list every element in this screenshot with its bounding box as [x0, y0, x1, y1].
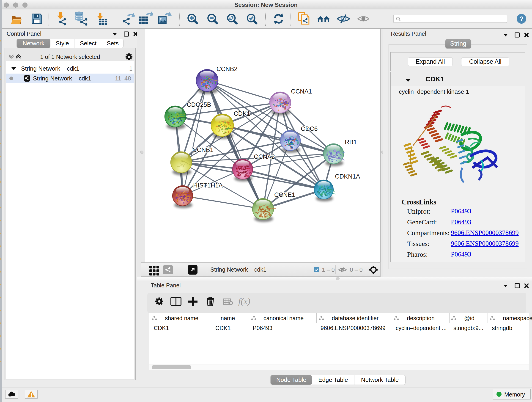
svg-text:CCNB1: CCNB1: [192, 147, 214, 153]
svg-text:CDC25B: CDC25B: [187, 101, 211, 108]
svg-text:CDK1: CDK1: [234, 110, 250, 117]
svg-text:CCNB2: CCNB2: [216, 65, 238, 72]
svg-text:CDKN1A: CDKN1A: [335, 173, 360, 180]
svg-text:CCNA1: CCNA1: [291, 88, 312, 95]
svg-text:CDC6: CDC6: [301, 125, 318, 132]
svg-text:RB1: RB1: [345, 139, 357, 146]
svg-text:HIST1H1A: HIST1H1A: [193, 182, 223, 189]
svg-text:CCNA2: CCNA2: [254, 153, 275, 160]
svg-text:CCNE1: CCNE1: [274, 191, 295, 198]
